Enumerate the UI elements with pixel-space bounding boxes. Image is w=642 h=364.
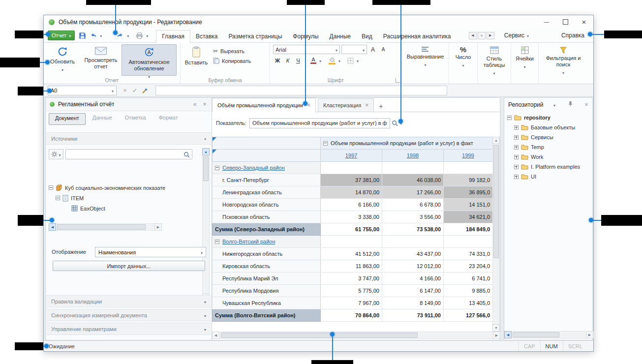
validation-rules-section[interactable]: Правила валидации: [46, 295, 211, 307]
value-cell[interactable]: 8 149,00: [382, 297, 444, 309]
settings-gear-button[interactable]: [49, 149, 63, 159]
cut-button[interactable]: ✂ Вырезать: [211, 47, 253, 55]
value-cell[interactable]: 23 204,0: [444, 260, 493, 273]
paste-button[interactable]: Вставить: [182, 44, 211, 76]
ribbon-tab-advanced-analytics[interactable]: Расширенная аналитика: [378, 30, 457, 43]
number-button[interactable]: % Число: [449, 43, 478, 84]
scroll-thumb[interactable]: [221, 333, 418, 338]
scroll-thumb[interactable]: [513, 332, 559, 337]
parameter-management-section[interactable]: Управление параметрами: [46, 323, 211, 335]
row-label[interactable]: Республика Марий Эл: [213, 273, 321, 285]
nav-list-icon[interactable]: ≡: [478, 32, 486, 39]
auto-update-button[interactable]: A Автоматическое обновление: [122, 44, 177, 76]
value-cell[interactable]: 74 331,0: [444, 248, 493, 260]
value-cell[interactable]: [444, 236, 493, 248]
year-link[interactable]: 1998: [407, 152, 419, 158]
tab-document[interactable]: Документ: [49, 113, 86, 125]
row-label[interactable]: Сумма (Волго-Вятский район): [213, 309, 321, 322]
decrease-font-button[interactable]: A: [379, 45, 388, 54]
tab-format[interactable]: Формат: [153, 113, 184, 125]
display-mode-select[interactable]: Наименования: [95, 247, 206, 257]
ribbon-tab-insert[interactable]: Вставка: [190, 30, 223, 43]
row-label[interactable]: Кировская область: [213, 260, 321, 273]
value-cell[interactable]: 43 437,00: [382, 248, 444, 260]
region-link[interactable]: Северо-Западный район: [222, 165, 285, 171]
value-cell[interactable]: [444, 162, 493, 174]
collapse-group-icon[interactable]: [215, 166, 219, 170]
table-title-cell[interactable]: Объем промышленной продукции (работ и ус…: [321, 137, 493, 150]
value-cell[interactable]: 4 166,00: [382, 273, 444, 285]
nav-right-icon[interactable]: ▶: [487, 32, 494, 39]
underline-button[interactable]: Ч: [294, 56, 303, 65]
cancel-entry-icon[interactable]: ×: [121, 86, 129, 95]
value-cell[interactable]: 99 182,0: [444, 174, 493, 186]
import-data-button[interactable]: Импорт данных...: [53, 261, 205, 271]
year-link[interactable]: 1997: [345, 152, 357, 158]
help-menu[interactable]: Справка: [557, 32, 588, 39]
scroll-thumb[interactable]: [493, 145, 499, 258]
function-wizard-icon[interactable]: [140, 86, 149, 95]
font-family-select[interactable]: Arial: [273, 45, 340, 54]
refresh-button[interactable]: Обновить: [45, 44, 80, 76]
copy-button[interactable]: Копировать: [211, 57, 253, 64]
indicator-input[interactable]: Объем промышленной продукции (работ и ус…: [249, 118, 390, 128]
repo-root[interactable]: repository: [507, 113, 589, 122]
row-label[interactable]: Республика Мордовия: [213, 285, 321, 297]
chevron-down-icon[interactable]: [357, 57, 359, 64]
value-cell[interactable]: 41 512,00: [321, 248, 382, 260]
value-cell[interactable]: 7 967,00: [321, 297, 382, 309]
ribbon-tab-page-layout[interactable]: Разметка страницы: [223, 30, 287, 43]
repo-tree-item[interactable]: Сервисы: [507, 132, 589, 142]
year-link[interactable]: 1999: [462, 152, 474, 158]
value-cell[interactable]: 127 566,0: [444, 309, 493, 322]
scroll-thumb[interactable]: [203, 156, 209, 181]
print-dropdown-icon[interactable]: [146, 32, 148, 39]
value-cell[interactable]: 3 338,00: [321, 211, 382, 223]
tree-item-cube[interactable]: Куб социально-экономических показате: [49, 182, 197, 193]
close-panel-icon[interactable]: ×: [581, 101, 591, 108]
redo-dropdown-icon[interactable]: [127, 32, 129, 39]
close-tab-icon[interactable]: [307, 102, 310, 109]
cell-reference-box[interactable]: A0: [48, 86, 117, 95]
value-cell[interactable]: [382, 162, 444, 174]
expand-node-icon[interactable]: [514, 145, 519, 150]
ribbon-tab-data[interactable]: Данные: [324, 30, 356, 43]
undo-dropdown-icon[interactable]: [100, 32, 102, 39]
row-label[interactable]: Сумма (Северо-Западный район): [213, 223, 321, 236]
row-label[interactable]: Псковская область: [213, 211, 321, 223]
row-label[interactable]: Чувашская Республика: [213, 297, 321, 309]
repo-tree-item[interactable]: I. Platform examples: [507, 162, 589, 172]
value-cell[interactable]: 14 870,00: [321, 186, 382, 199]
tab-mark[interactable]: Отметка: [119, 113, 152, 125]
scroll-left-icon[interactable]: ◀: [504, 331, 512, 338]
repo-tree-item[interactable]: Work: [507, 152, 589, 162]
service-menu[interactable]: Сервис: [500, 32, 533, 39]
repo-tree-item[interactable]: Базовые объекты: [507, 122, 589, 132]
scroll-up-icon[interactable]: ▲: [492, 137, 500, 144]
minimize-button[interactable]: [537, 15, 556, 29]
tree-item-item[interactable]: ITEM: [49, 193, 197, 203]
value-cell[interactable]: 6 741,0: [444, 273, 493, 285]
row-label[interactable]: Новгородская область: [213, 199, 321, 211]
borders-button[interactable]: [346, 56, 355, 65]
collapse-node-icon[interactable]: [49, 185, 53, 190]
value-cell[interactable]: [382, 236, 444, 248]
collapse-node-icon[interactable]: [507, 116, 512, 120]
row-label[interactable]: Ленинградская область: [213, 186, 321, 199]
value-cell[interactable]: 36 895,0: [444, 186, 493, 199]
close-button[interactable]: [575, 15, 593, 29]
ribbon-tab-view[interactable]: Вид: [356, 30, 378, 43]
ribbon-tab-home[interactable]: Главная: [156, 30, 190, 43]
value-cell[interactable]: 6 147,00: [382, 285, 444, 297]
scroll-down-icon[interactable]: ▼: [492, 324, 500, 332]
value-cell[interactable]: 9 885,0: [444, 285, 493, 297]
save-button[interactable]: [78, 31, 87, 40]
cells-button[interactable]: Ячейки: [511, 43, 539, 84]
dialog-launcher-icon[interactable]: [396, 78, 400, 83]
doc-tab-clustering[interactable]: Кластеризация: [318, 98, 374, 112]
value-cell[interactable]: 11 863,00: [321, 260, 382, 273]
chevron-down-icon[interactable]: [338, 57, 340, 64]
confirm-entry-icon[interactable]: ✓: [130, 86, 139, 95]
value-cell[interactable]: 61 755,00: [321, 223, 382, 236]
value-cell[interactable]: 34 621,0: [444, 211, 493, 223]
